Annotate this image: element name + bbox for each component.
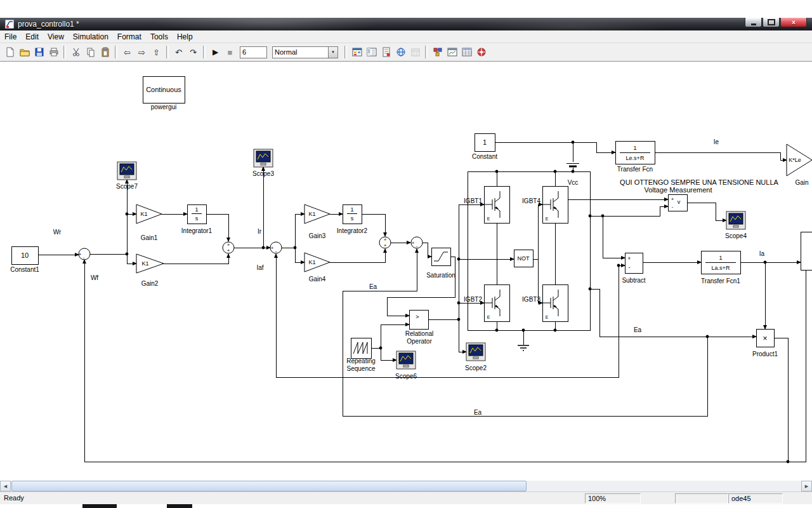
scrollbar-thumb[interactable] [11, 481, 527, 491]
block-scope2[interactable] [466, 343, 485, 361]
minimize-button[interactable] [745, 18, 762, 27]
block-product1[interactable]: × [756, 329, 774, 347]
menu-view[interactable]: View [43, 31, 69, 43]
block-saturation[interactable] [431, 248, 450, 265]
go-to-parent-button[interactable]: ⇧ [149, 45, 164, 59]
block-igbt4[interactable]: E [542, 186, 568, 223]
block-igbt2[interactable]: E [484, 284, 509, 321]
block-sum1[interactable]: + - [79, 248, 90, 260]
block-transfer-fcn1[interactable]: 1 La.s+R [701, 251, 740, 274]
maximize-button[interactable] [763, 18, 780, 27]
block-scope3[interactable] [254, 149, 273, 167]
menu-simulation[interactable]: Simulation [69, 31, 113, 43]
copy-button[interactable] [83, 45, 98, 59]
block-partial-right[interactable] [801, 232, 812, 270]
sum2-plus-top: + [227, 242, 230, 248]
block-relational-operator[interactable]: > [409, 310, 428, 329]
label-scope6: Scope6 [395, 373, 417, 380]
block-sum5[interactable]: + - [411, 237, 422, 249]
print-button[interactable] [46, 45, 61, 59]
sum4-plus-bottom: + [384, 243, 387, 248]
transfer-fcn-num: 1 [633, 145, 636, 151]
menu-help[interactable]: Help [173, 31, 197, 43]
copy-pages-icon [86, 47, 96, 57]
block-gain4[interactable]: K1 [304, 253, 330, 272]
paste-button[interactable] [98, 45, 112, 59]
block-subtract[interactable]: + - [625, 253, 643, 273]
block-scope7[interactable] [117, 162, 136, 180]
title-bar[interactable]: prova_controllo1 * × [0, 18, 812, 30]
model-table-button[interactable] [459, 45, 474, 59]
scope-window-button[interactable] [445, 45, 459, 59]
debug-button[interactable] [474, 45, 488, 59]
update-diagram-button[interactable] [408, 45, 422, 59]
sim-mode-select[interactable]: Normal ▼ [272, 46, 338, 58]
block-transfer-fcn[interactable]: 1 Le.s+R [615, 141, 655, 164]
transfer-fcn1-den: La.s+R [712, 265, 730, 271]
model-browser-button[interactable] [364, 45, 379, 59]
sim-time-input[interactable] [240, 46, 267, 58]
block-constant1[interactable]: 10 [11, 246, 38, 264]
block-igbt3[interactable]: E [542, 284, 568, 321]
menu-format[interactable]: Format [113, 31, 146, 43]
block-repeating-sequence[interactable] [351, 338, 371, 358]
back-button[interactable]: ⇦ [120, 45, 134, 59]
main-toolbar: ⇦ ⇨ ⇧ ↶ ↷ ▶ ■ Normal ▼ [0, 43, 812, 62]
block-scope6[interactable] [396, 351, 416, 369]
label-scope7: Scope7 [116, 183, 138, 190]
label-subtract: Subtract [622, 277, 645, 284]
scroll-right-button[interactable]: ▶ [801, 481, 812, 491]
transfer-fcn1-num: 1 [719, 255, 722, 261]
block-gain5[interactable]: K*Le [787, 144, 812, 176]
block-not[interactable]: NOT [514, 250, 533, 267]
label-integrator1: Integrator1 [181, 227, 213, 234]
scrollbar-track[interactable] [11, 481, 801, 491]
block-voltage-measurement[interactable]: + v - [668, 194, 687, 211]
scope-icon [254, 149, 273, 167]
up-arrow-icon: ⇧ [153, 48, 160, 57]
toolbar-separator [63, 46, 66, 58]
annotation-note: QUI OTTENGO SEMPRE UNA TENSIONE NULLA [620, 178, 778, 186]
menu-tools[interactable]: Tools [146, 31, 173, 43]
stop-simulation-button[interactable]: ■ [223, 45, 237, 59]
block-constant[interactable]: 1 [475, 133, 495, 151]
menu-edit[interactable]: Edit [21, 31, 43, 43]
subtract-plus-sign: + [627, 255, 631, 262]
cut-button[interactable] [69, 45, 83, 59]
block-powergui[interactable]: Continuous [143, 76, 185, 103]
menu-file[interactable]: File [0, 31, 21, 43]
integrator1-num: 1 [195, 206, 198, 213]
forward-button[interactable]: ⇨ [134, 45, 149, 59]
redo-button[interactable]: ↷ [186, 45, 200, 59]
block-integrator1[interactable]: 1 s [187, 204, 206, 224]
generate-report-button[interactable] [379, 45, 393, 59]
model-canvas[interactable]: Continuous powergui Scope7 Scope3 10 Con… [0, 62, 812, 481]
label-transfer-fcn: Transfer Fcn [617, 166, 653, 173]
label-gain2: Gain2 [141, 280, 159, 287]
block-gain3[interactable]: K1 [304, 204, 330, 224]
new-button[interactable] [3, 45, 17, 59]
block-sum2[interactable]: + + [223, 242, 234, 253]
block-scope4[interactable] [726, 211, 745, 229]
scroll-left-button[interactable]: ◀ [0, 481, 11, 491]
label-integrator2: Integrator2 [337, 227, 368, 234]
block-integrator2[interactable]: 1 s [343, 204, 362, 224]
build-model-button[interactable] [430, 45, 445, 59]
block-sum3[interactable]: + - [270, 242, 282, 254]
label-gain3: Gain3 [309, 232, 326, 239]
sim-mode-dropdown-button[interactable]: ▼ [328, 47, 337, 58]
save-button[interactable] [32, 45, 46, 59]
menu-bar: File Edit View Simulation Format Tools H… [0, 30, 812, 43]
horizontal-scrollbar[interactable]: ◀ ▶ [0, 481, 812, 491]
caption-buttons: × [745, 18, 807, 27]
close-button[interactable]: × [780, 18, 807, 27]
block-gain1[interactable]: K1 [136, 204, 162, 224]
start-simulation-button[interactable]: ▶ [208, 45, 223, 59]
library-browser-button[interactable] [350, 45, 364, 59]
block-igbt1[interactable]: E [484, 186, 509, 223]
open-button[interactable] [17, 45, 32, 59]
undo-button[interactable]: ↶ [171, 45, 186, 59]
block-sum4[interactable]: + + [379, 237, 391, 248]
block-gain2[interactable]: K1 [136, 254, 164, 273]
simulink-help-button[interactable] [393, 45, 408, 59]
